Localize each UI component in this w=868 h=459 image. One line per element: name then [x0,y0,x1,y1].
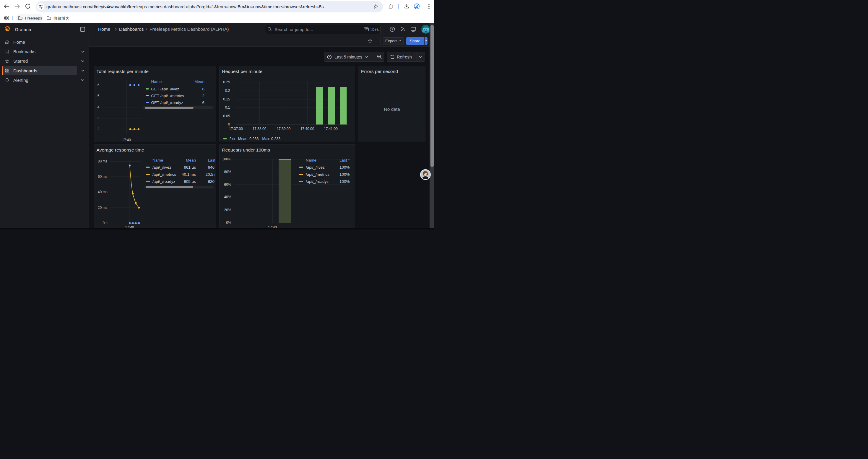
svg-text:?: ? [392,28,393,31]
